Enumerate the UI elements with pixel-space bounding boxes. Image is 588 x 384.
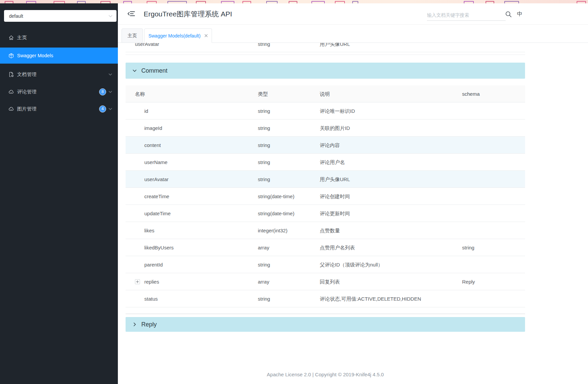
table-row-likes: likes integer(int32) 点赞数量 — [126, 222, 525, 239]
table-row-status: status string 评论状态,可用值:ACTIVE,DELETED,HI… — [126, 290, 525, 307]
chevron-down-icon — [108, 15, 113, 17]
cell-description: 点赞用户名列表 — [320, 239, 355, 256]
cell-description: 评论更新时间 — [320, 205, 350, 222]
cell-description: 评论状态,可用值:ACTIVE,DELETED,HIDDEN — [320, 290, 421, 307]
model-content: userAvatar string 用户头像URL Comment 名称 类型 … — [118, 43, 588, 384]
cell-name: id — [144, 102, 148, 120]
cell-type: string — [258, 102, 270, 120]
cell-type: string — [258, 120, 270, 137]
column-header-name: 名称 — [135, 85, 145, 102]
column-header-type: 类型 — [258, 85, 268, 102]
table-bottom-border — [126, 55, 525, 55]
bookmark-fragment — [77, 1, 86, 3]
tab-swagger-models[interactable]: Swagger Models(default) — [144, 28, 212, 43]
cell-name: replies — [144, 273, 159, 290]
table-row-likedByUsers: likedByUsers array 点赞用户名列表 string — [126, 239, 525, 256]
bookmark-fragment — [196, 1, 206, 3]
cell-name: createTime — [144, 188, 169, 205]
cell-type: string(date-time) — [258, 188, 294, 205]
section-header-reply[interactable]: Reply — [126, 317, 525, 332]
cell-name: userAvatar — [135, 43, 159, 47]
tab-label: Swagger Models(default) — [148, 33, 201, 39]
sidebar-item-doc-manage[interactable]: 文档管理 — [0, 66, 118, 82]
cloud-api-icon — [8, 89, 14, 95]
chevron-down-icon — [132, 68, 137, 73]
cell-name: userAvatar — [144, 171, 168, 188]
bookmark-fragment — [147, 1, 157, 3]
table-row-content: content string 评论内容 — [126, 137, 525, 154]
table-row-updateTime: updateTime string(date-time) 评论更新时间 — [126, 205, 525, 222]
column-header-schema: schema — [462, 85, 480, 102]
bookmark-fragment — [242, 1, 251, 3]
sidebar-item-label: 评论管理 — [17, 89, 36, 95]
tab-home[interactable]: 主页 — [122, 28, 143, 43]
cell-description: 用户头像URL — [320, 171, 350, 188]
cell-type: array — [258, 239, 269, 256]
bookmark-fragment — [464, 1, 474, 3]
cell-description: 评论内容 — [320, 137, 340, 154]
cell-type: string — [258, 171, 270, 188]
table-header-row: 名称 类型 说明 schema — [126, 85, 525, 102]
count-badge: 8 — [99, 88, 106, 95]
cell-type: string — [258, 256, 270, 273]
cloud-api-icon — [8, 106, 14, 112]
bookmark-fragment — [311, 1, 325, 3]
chevron-down-icon — [108, 73, 112, 76]
bookmark-fragment — [289, 1, 297, 3]
language-toggle[interactable]: 中 — [517, 11, 522, 18]
section-header-comment[interactable]: Comment — [126, 63, 525, 79]
cell-description: 父评论ID（顶级评论为null） — [320, 256, 383, 273]
cell-type: string — [258, 43, 270, 47]
sidebar-item-label: 图片管理 — [17, 106, 36, 112]
sidebar-item-image-manage[interactable]: 图片管理 4 — [0, 101, 118, 117]
menu-fold-icon[interactable] — [127, 10, 135, 17]
chevron-down-icon — [108, 108, 112, 110]
cell-type: string(date-time) — [258, 205, 294, 222]
api-group-select-value: default — [9, 13, 108, 19]
cell-description: 评论用户名 — [320, 154, 345, 171]
cell-name: imageId — [144, 120, 162, 137]
cell-description: 回复列表 — [320, 273, 340, 290]
doc-search-field — [427, 9, 506, 21]
cell-name: likedByUsers — [144, 239, 174, 256]
sidebar-item-comment-manage[interactable]: 评论管理 8 — [0, 84, 118, 100]
section-bottom-border — [126, 314, 525, 314]
section-title: Comment — [141, 67, 167, 74]
app-header: ErgouTree图库管理系统 API 中 — [118, 3, 588, 25]
expand-toggle[interactable] — [135, 279, 140, 284]
table-body: id string 评论唯一标识ID imageId string 关联的图片I… — [126, 102, 525, 307]
close-icon[interactable] — [204, 34, 208, 37]
browser-bookmarks-bar[interactable] — [0, 0, 588, 3]
sidebar-item-label: 文档管理 — [17, 71, 36, 78]
cell-name: updateTime — [144, 205, 171, 222]
doc-search-input[interactable] — [427, 9, 506, 20]
sidebar-item-swagger-models[interactable]: Swagger Models — [0, 48, 118, 64]
column-header-description: 说明 — [320, 85, 330, 102]
bookmark-fragment — [266, 1, 278, 3]
api-group-select[interactable]: default — [4, 10, 117, 22]
sidebar-item-label: 主页 — [17, 34, 27, 41]
tab-label: 主页 — [128, 33, 137, 39]
table-row-replies: replies array 回复列表 Reply — [126, 273, 525, 290]
bookmark-fragment — [100, 1, 111, 3]
cell-name: userName — [144, 154, 167, 171]
cell-name: status — [144, 290, 158, 307]
table-row-imageId: imageId string 关联的图片ID — [126, 120, 525, 137]
cell-type: string — [258, 154, 270, 171]
bookmark-fragment — [577, 1, 586, 3]
bookmark-fragment — [26, 1, 36, 3]
cell-name: parentId — [144, 256, 163, 273]
cell-type: integer(int32) — [258, 222, 287, 239]
search-icon[interactable] — [505, 11, 512, 18]
sidebar: default 主页 Swagger Models 文档管理 评论管理 8 图片… — [0, 3, 118, 384]
home-icon — [8, 35, 14, 41]
bookmark-fragment — [5, 1, 13, 3]
sidebar-item-home[interactable]: 主页 — [0, 29, 118, 46]
plus-icon — [136, 280, 139, 283]
sidebar-item-label: Swagger Models — [17, 53, 53, 58]
cell-name: content — [144, 137, 161, 154]
cell-name: likes — [144, 222, 154, 239]
cell-type: array — [258, 273, 269, 290]
bookmark-fragment — [54, 1, 65, 3]
table-row-partial: userAvatar string 用户头像URL — [126, 43, 525, 52]
